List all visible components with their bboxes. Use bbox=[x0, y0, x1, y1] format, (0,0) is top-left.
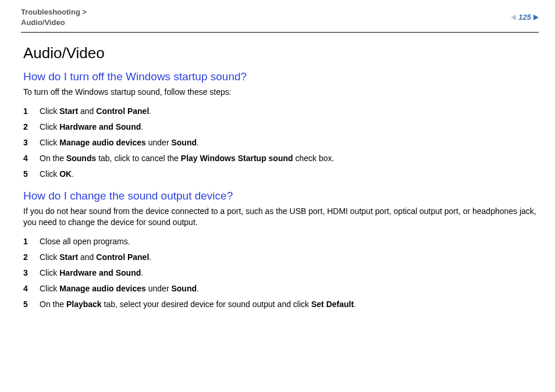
section2-intro: If you do not hear sound from the device… bbox=[23, 206, 536, 228]
section1-heading: How do I turn off the Windows startup so… bbox=[23, 70, 536, 83]
step-item: 2Click Hardware and Sound. bbox=[23, 119, 536, 135]
section1-intro: To turn off the Windows startup sound, f… bbox=[23, 87, 536, 98]
step-item: 4On the Sounds tab, click to cancel the … bbox=[23, 151, 536, 166]
page-content: Audio/Video How do I turn off the Window… bbox=[21, 44, 539, 312]
step-text: Click Start and Control Panel. bbox=[40, 252, 536, 263]
step-item: 4Click Manage audio devices under Sound. bbox=[23, 281, 536, 297]
step-number: 1 bbox=[23, 236, 40, 247]
step-text: On the Playback tab, select your desired… bbox=[40, 299, 536, 310]
step-number: 4 bbox=[23, 283, 40, 294]
step-text: Click Hardware and Sound. bbox=[40, 268, 536, 279]
step-item: 3Click Hardware and Sound. bbox=[23, 265, 536, 281]
step-item: 2Click Start and Control Panel. bbox=[23, 250, 536, 265]
step-number: 3 bbox=[23, 137, 40, 148]
step-number: 2 bbox=[23, 252, 40, 263]
page-number: 125 bbox=[517, 13, 532, 22]
step-number: 5 bbox=[23, 169, 40, 180]
breadcrumb-line2: Audio/Video bbox=[21, 18, 65, 27]
breadcrumb: Troubleshooting > Audio/Video bbox=[21, 7, 87, 27]
step-text: On the Sounds tab, click to cancel the P… bbox=[40, 153, 536, 164]
step-item: 3Click Manage audio devices under Sound. bbox=[23, 135, 536, 151]
step-item: 5On the Playback tab, select your desire… bbox=[23, 297, 536, 312]
step-text: Click Hardware and Sound. bbox=[40, 122, 536, 133]
step-item: 1Click Start and Control Panel. bbox=[23, 104, 536, 119]
step-item: 1Close all open programs. bbox=[23, 234, 536, 250]
next-page-icon[interactable] bbox=[533, 15, 539, 20]
step-item: 5Click OK. bbox=[23, 166, 536, 182]
breadcrumb-line1: Troubleshooting > bbox=[21, 8, 87, 16]
page-nav: 125 bbox=[511, 7, 539, 22]
step-number: 5 bbox=[23, 299, 40, 310]
step-text: Click OK. bbox=[40, 169, 536, 180]
step-number: 2 bbox=[23, 122, 40, 133]
step-text: Click Manage audio devices under Sound. bbox=[40, 137, 536, 148]
page-header: Troubleshooting > Audio/Video 125 bbox=[21, 7, 539, 33]
step-text: Click Manage audio devices under Sound. bbox=[40, 283, 536, 294]
step-number: 3 bbox=[23, 268, 40, 279]
step-text: Close all open programs. bbox=[40, 236, 536, 247]
section2-heading: How do I change the sound output device? bbox=[23, 190, 536, 202]
page-title: Audio/Video bbox=[23, 44, 536, 62]
step-number: 4 bbox=[23, 153, 40, 164]
prev-page-icon[interactable] bbox=[511, 15, 516, 20]
section2-steps: 1Close all open programs.2Click Start an… bbox=[23, 234, 536, 312]
step-number: 1 bbox=[23, 106, 40, 117]
step-text: Click Start and Control Panel. bbox=[40, 106, 536, 117]
section1-steps: 1Click Start and Control Panel.2Click Ha… bbox=[23, 104, 536, 181]
